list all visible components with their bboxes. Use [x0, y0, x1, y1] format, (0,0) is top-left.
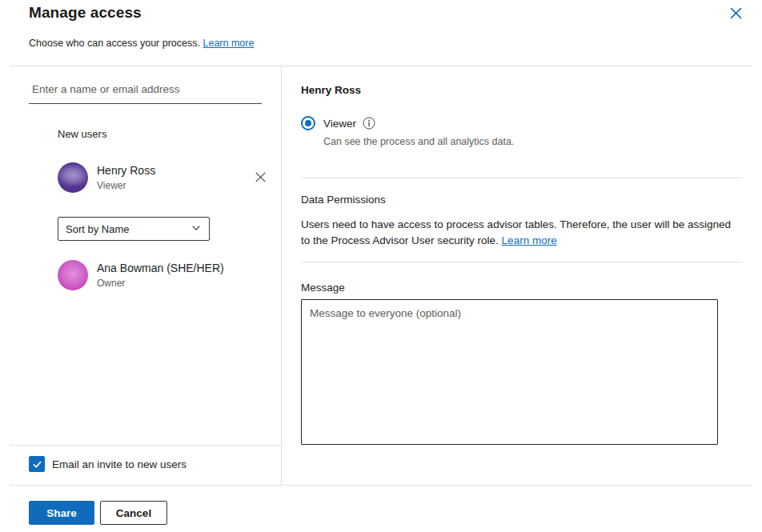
- message-textarea[interactable]: [301, 299, 718, 445]
- data-permissions-heading: Data Permissions: [301, 194, 386, 206]
- page-title: Manage access: [29, 4, 142, 22]
- remove-x-icon: [255, 172, 266, 185]
- user-name: Henry Ross: [97, 164, 155, 178]
- role-radio-viewer[interactable]: Viewer: [301, 116, 375, 130]
- radio-selected-icon[interactable]: [301, 116, 315, 130]
- checkbox-checked-icon[interactable]: [29, 456, 45, 472]
- search-input[interactable]: [29, 80, 262, 104]
- footer-divider: [10, 485, 752, 486]
- new-users-heading: New users: [58, 128, 106, 140]
- learn-more-link-header[interactable]: Learn more: [203, 38, 254, 49]
- close-button[interactable]: [725, 4, 746, 25]
- close-icon: [730, 7, 742, 22]
- info-icon[interactable]: [363, 117, 375, 130]
- role-radio-label: Viewer: [323, 118, 356, 130]
- list-item-existing-user[interactable]: Ana Bowman (SHE/HER) Owner: [58, 260, 274, 290]
- cancel-button[interactable]: Cancel: [100, 501, 167, 525]
- avatar: [58, 260, 88, 290]
- role-description: Can see the process and all analytics da…: [323, 136, 514, 147]
- list-item-new-user[interactable]: Henry Ross Viewer: [58, 162, 266, 193]
- data-permissions-body: Users need to have access to process adv…: [301, 217, 740, 249]
- subtitle-text: Choose who can access your process.: [29, 38, 200, 49]
- sort-dropdown-value: Sort by Name: [66, 223, 129, 235]
- header-divider: [10, 66, 752, 66]
- learn-more-link-permissions[interactable]: Learn more: [502, 234, 557, 246]
- message-label: Message: [301, 282, 345, 294]
- sort-dropdown[interactable]: Sort by Name: [58, 217, 210, 241]
- remove-user-button[interactable]: [251, 170, 269, 187]
- selected-user-name: Henry Ross: [301, 84, 361, 96]
- left-footer-divider: [10, 445, 281, 446]
- email-invite-label: Email an invite to new users: [52, 458, 186, 470]
- user-name: Ana Bowman (SHE/HER): [97, 262, 224, 275]
- user-role: Viewer: [97, 180, 155, 191]
- section-divider-1: [301, 178, 743, 178]
- avatar: [58, 162, 88, 193]
- subtitle: Choose who can access your process. Lear…: [29, 38, 254, 49]
- section-divider-2: [301, 262, 743, 262]
- share-button[interactable]: Share: [29, 501, 94, 525]
- chevron-down-icon: [191, 222, 201, 236]
- email-invite-checkbox-row[interactable]: Email an invite to new users: [29, 456, 186, 472]
- panel-divider: [281, 66, 282, 485]
- user-role: Owner: [97, 278, 224, 289]
